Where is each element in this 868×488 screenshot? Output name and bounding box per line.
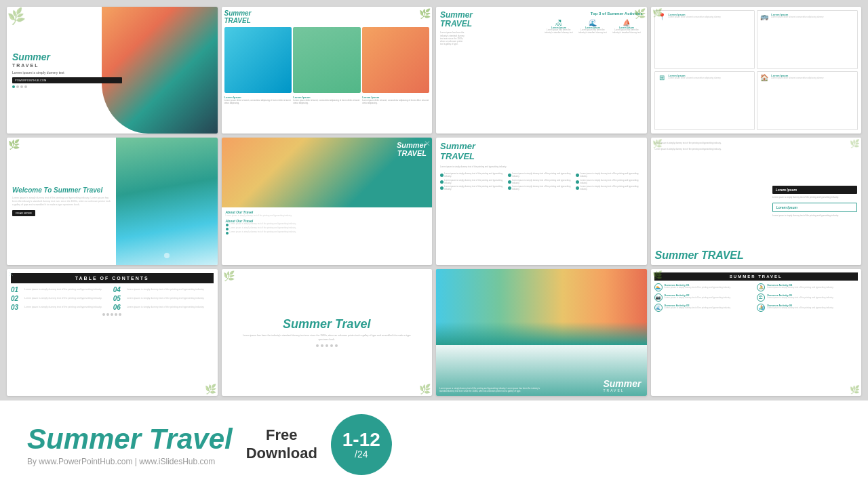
toc-num-3: 03 [11, 304, 23, 311]
bc2-text3: Lorem ipsum is simply dummy text of the … [512, 186, 574, 191]
bc1-text1: Lorem ipsum is simply dummy text of the … [444, 173, 507, 178]
slide-3[interactable]: 🌿 SummerTRAVEL Lorem ipsum has been thei… [436, 7, 647, 134]
leaf-br-12: 🌿 [850, 385, 860, 394]
slide-2-title: SummerTRAVEL [224, 9, 252, 24]
read-more-button[interactable]: READ MORE [12, 210, 35, 216]
bus-icon: 🚌 [760, 13, 769, 20]
slide-5-body: Lorem ipsum is simply dummy text of the … [12, 197, 111, 207]
bullet-dot-3 [226, 232, 229, 235]
slide-3-desc: Lorem ipsum has been theindustry's stand… [440, 31, 540, 45]
bc1-item1: Lorem ipsum is simply dummy text of the … [440, 173, 507, 178]
bc2-item1: Lorem ipsum is simply dummy text of the … [508, 173, 574, 178]
leaf-tr-8: 🌿 [850, 139, 860, 148]
toc-num-2: 02 [11, 296, 23, 302]
bullet-1: Lorem ipsum is simply dummy text of the … [226, 223, 429, 226]
slide-7[interactable]: SummerTRAVEL Lorem ipsum is simply dummy… [436, 138, 647, 264]
leaf-tl-9: ✕ [8, 270, 14, 278]
act-1: 🏖 Lorem Ipsum Lorem ipsum has been the i… [542, 19, 574, 35]
icon-desc-2: Lorem ipsum dolor sit amet consectetur a… [771, 16, 823, 19]
bullet-text-1: Lorem ipsum is simply dummy text of the … [230, 223, 296, 226]
toc-dots [11, 313, 214, 316]
slide-12-header: SUMMER TRAVEL [654, 272, 859, 281]
bc2-item3: Lorem ipsum is simply dummy text of the … [508, 186, 574, 191]
bc3-text1: Lorem ipsum is simply dummy text of the … [580, 173, 642, 178]
slide-8-box2-desc: Lorem ipsum is simply dummy text of the … [772, 214, 857, 217]
toc-dot4 [115, 313, 117, 316]
slide-11[interactable]: Summer TRAVEL Lorem ipsum is simply dumm… [436, 269, 647, 396]
activity-desc-3: Lorem ipsum is simply dummy text of the … [665, 307, 731, 310]
s10-dot1 [316, 344, 319, 347]
slide-8-summer-title: Summer TRAVEL [655, 250, 769, 261]
bc3-dot3 [576, 186, 579, 190]
slide-10[interactable]: 🌿 🌿 Summer Travel Lorem ipsum has been t… [222, 269, 433, 396]
slide-8-body2-text: Lorem ipsum is simply dummy text of the … [655, 148, 769, 150]
slide-11-photo [436, 269, 647, 345]
toc-dot3 [111, 313, 113, 316]
activity-row-5: ⛱ Summer Activity 05 Lorem ipsum is simp… [757, 293, 858, 302]
leaf-tl-5: 🌿 [8, 139, 20, 150]
slide-3-left: SummerTRAVEL Lorem ipsum has been theind… [440, 11, 540, 129]
slide-11-bottom-text: Summer TRAVEL [597, 375, 646, 396]
icon-desc-4: Lorem ipsum dolor sit amet consectetur a… [771, 77, 823, 80]
slide-6-title: SummerTRAVEL [397, 141, 427, 157]
slide-3-title: SummerTRAVEL [440, 11, 540, 28]
house-icon: 🏠 [760, 74, 769, 81]
icon-text-3: Lorem Ipsum Lorem ipsum dolor sit amet c… [669, 74, 721, 80]
toc-num-1: 01 [11, 287, 23, 293]
bc1-dot1 [440, 174, 443, 177]
caption-3-text: Lorem ipsum dolor sit amet, consectetur … [362, 100, 429, 105]
leaf-decoration-tl: 🌿 [7, 7, 27, 26]
slide-1[interactable]: 🌿 Summer TRAVEL Lorem ipsum is simply du… [7, 7, 218, 134]
dot-2 [16, 85, 19, 88]
toc-dot2 [106, 313, 109, 316]
activity-row-1: 🏊 Summer Activity 01 Lorem ipsum is simp… [654, 283, 755, 291]
activity-desc-2: Lorem ipsum is simply dummy text of the … [665, 297, 731, 300]
act-2-desc: Lorem ipsum has been the industry's stan… [576, 29, 608, 35]
slide-8[interactable]: 🌿 🌿 Lorem ipsum is simply dummy text of … [651, 138, 862, 264]
slide-1-travel: TRAVEL [12, 63, 122, 68]
icon-cell-1: 📍 Lorem Ipsum Lorem ipsum dolor sit amet… [654, 10, 755, 69]
toc-text-2: Lorem ipsum is simply dummy text of the … [24, 296, 102, 300]
s10-dot2 [321, 344, 323, 347]
activity-row-2: 📷 Summer Activity 02 Lorem ipsum is simp… [654, 293, 755, 302]
slide-12[interactable]: 🌿 🌿 SUMMER TRAVEL 🏊 Summer Activity 01 L… [651, 269, 862, 396]
bc1-text2: Lorem ipsum is simply dummy text of the … [444, 180, 507, 185]
about-section-2: About Our Travel Lorem ipsum is simply d… [226, 219, 429, 235]
act-2: 🌊 Lorem Ipsum Lorem ipsum has been the i… [576, 19, 608, 35]
slide-1-content: Summer TRAVEL Lorem ipsum is simply dumm… [12, 52, 122, 87]
badge-total: /24 [355, 449, 368, 459]
slide-2[interactable]: SummerTRAVEL 🌿 Lorem Ipsum Lorem ipsum d… [222, 7, 433, 134]
s10-dot3 [326, 344, 328, 347]
slide-9[interactable]: 🌿 ✕ TABLE OF CONTENTS 01 Lorem ipsum is … [7, 269, 218, 396]
slide-1-pagination [12, 85, 122, 88]
slide-11-summer: Summer [603, 379, 641, 388]
slide-8-left: Lorem ipsum is simply dummy text of the … [655, 142, 769, 260]
bullet-text-2: Lorem ipsum is simply dummy text of the … [230, 227, 296, 230]
leaf-tl-12: 🌿 [652, 270, 663, 280]
bc3-item3: Lorem ipsum is simply dummy text of the … [576, 186, 642, 191]
leaf-tl-4: 🌿 [652, 8, 663, 18]
bc3-dot2 [576, 180, 579, 184]
photo-2 [293, 27, 361, 93]
icon-cell-4: 🏠 Lorem Ipsum Lorem ipsum dolor sit amet… [757, 71, 858, 130]
s10-dot4 [330, 344, 333, 347]
icon-desc-3: Lorem ipsum dolor sit amet consectetur a… [669, 77, 721, 80]
toc-text-6: Lorem ipsum is simply dummy text of the … [127, 304, 205, 309]
slide-4[interactable]: 🌿 📍 Lorem Ipsum Lorem ipsum dolor sit am… [651, 7, 862, 134]
bullet-2: Lorem ipsum is simply dummy text of the … [226, 227, 429, 230]
activity-info-6: Summer Activity 06 Lorem ipsum is simply… [767, 304, 833, 310]
activity-icon-5: ⛱ [757, 293, 765, 302]
activities-grid: 🏊 Summer Activity 01 Lorem ipsum is simp… [654, 283, 859, 312]
bc2-dot1 [508, 174, 511, 177]
toc-text-3: Lorem ipsum is simply dummy text of the … [24, 304, 102, 309]
toc-text-5: Lorem ipsum is simply dummy text of the … [127, 296, 205, 300]
toc-item-4: 04 Lorem ipsum is simply dummy text of t… [113, 287, 214, 293]
caption-3: Lorem Ipsum Lorem ipsum dolor sit amet, … [362, 96, 429, 132]
slide-5[interactable]: 🌿 Welcome To Summer Travel Lorem ipsum i… [7, 138, 218, 264]
slide-2-captions: Lorem Ipsum Lorem ipsum dolor sit amet, … [222, 94, 433, 134]
bullet-text-3: Lorem ipsum is simply dummy text of the … [230, 231, 296, 234]
toc-num-6: 06 [113, 304, 125, 311]
slide-6[interactable]: SummerTRAVEL About Our Travel Lorem ipsu… [222, 138, 433, 264]
icon-cell-2: 🚌 Lorem Ipsum Lorem ipsum dolor sit amet… [757, 10, 858, 69]
caption-1: Lorem Ipsum Lorem ipsum dolor sit amet, … [224, 96, 292, 132]
